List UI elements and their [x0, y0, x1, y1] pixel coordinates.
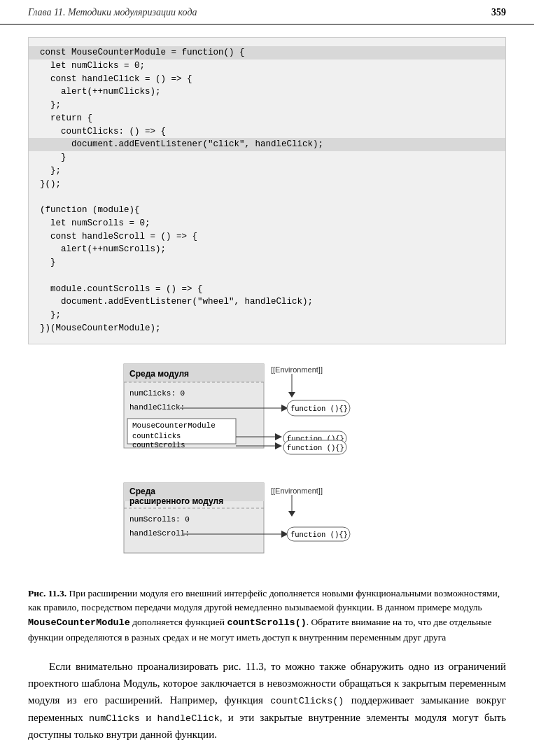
caption-text: При расширении модуля его внешний интерф… — [28, 588, 500, 643]
svg-marker-36 — [288, 511, 295, 517]
diagram-container: Среда модуля numClicks: 0 handleClick: M… — [28, 357, 506, 574]
svg-text:MouseCounterModule: MouseCounterModule — [132, 421, 216, 430]
svg-marker-20 — [275, 433, 282, 440]
code-block: const MouseCounterModule = function() { … — [28, 37, 506, 344]
svg-text:countClicks: countClicks — [132, 432, 181, 440]
svg-text:handleScroll:: handleScroll: — [129, 529, 190, 538]
svg-text:function (){}: function (){} — [290, 405, 348, 413]
body-paragraph-1: Если внимательно проанализировать рис. 1… — [28, 658, 506, 743]
svg-marker-15 — [288, 392, 295, 398]
svg-text:handleClick:: handleClick: — [129, 403, 185, 412]
svg-text:[[Environment]]: [[Environment]] — [271, 365, 323, 374]
svg-text:[[Environment]]: [[Environment]] — [271, 486, 323, 495]
svg-text:numScrolls: 0: numScrolls: 0 — [129, 515, 190, 524]
header-title: Глава 11. Методики модуляризации кода — [28, 7, 197, 18]
caption-label: Рис. 11.3. — [28, 588, 66, 598]
svg-text:numClicks: 0: numClicks: 0 — [129, 389, 185, 398]
main-content: const MouseCounterModule = function() { … — [0, 37, 534, 756]
svg-text:function (){}: function (){} — [287, 444, 344, 452]
module-diagram: Среда модуля numClicks: 0 handleClick: M… — [117, 357, 418, 574]
svg-text:расширенного модуля: расширенного модуля — [129, 496, 223, 506]
page-header: Глава 11. Методики модуляризации кода 35… — [0, 0, 534, 24]
page-number: 359 — [491, 7, 506, 18]
svg-marker-23 — [275, 442, 282, 449]
svg-text:function (){}: function (){} — [290, 531, 348, 539]
svg-text:Среда: Среда — [129, 486, 155, 496]
svg-text:countScrolls: countScrolls — [132, 441, 185, 449]
svg-text:Среда модуля: Среда модуля — [129, 369, 189, 379]
page-wrapper: Глава 11. Методики модуляризации кода 35… — [0, 0, 534, 756]
figure-caption: Рис. 11.3. При расширении модуля его вне… — [28, 587, 506, 646]
